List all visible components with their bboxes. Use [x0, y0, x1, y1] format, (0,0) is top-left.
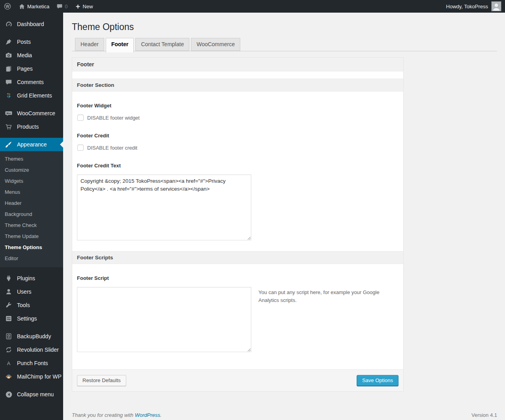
- comment-bubble-icon: [3, 79, 14, 86]
- menu-separator: [0, 383, 63, 388]
- sidebar-item-label: Products: [17, 124, 39, 130]
- sliders-icon: [3, 315, 14, 322]
- sidebar-item-label: Settings: [17, 315, 37, 322]
- theme-options-panel: Footer Footer Section Footer Widget DISA…: [72, 57, 404, 392]
- footer-thanks-period: .: [160, 412, 162, 418]
- sidebar-item-tools[interactable]: Tools: [0, 298, 63, 312]
- sidebar-item-backupbuddy[interactable]: BackupBuddy: [0, 330, 63, 343]
- comment-bubble-icon: [56, 3, 63, 9]
- panel-action-bar: Restore Defaults Save Options: [72, 369, 403, 391]
- sidebar-item-label: Tools: [17, 302, 30, 308]
- page-title: Theme Options: [72, 22, 497, 32]
- main-content: Theme Options HeaderFooterContact Templa…: [63, 13, 505, 420]
- submenu-item-theme-update[interactable]: Theme Update: [0, 231, 63, 242]
- refresh-arrows-icon: [3, 346, 14, 353]
- submenu-item-customize[interactable]: Customize: [0, 165, 63, 176]
- sidebar-item-label: Collapse menu: [17, 391, 54, 398]
- footer-widget-label: Footer Widget: [77, 103, 398, 109]
- howdy-account-menu[interactable]: Howdy, TokoPress: [443, 0, 505, 13]
- site-menu[interactable]: Marketica: [15, 0, 53, 13]
- comments-menu[interactable]: 0: [53, 0, 71, 13]
- wordpress-logo-menu[interactable]: W: [0, 0, 15, 13]
- sidebar-item-label: Grid Elements: [17, 92, 52, 99]
- menu-separator: [0, 133, 63, 138]
- submenu-item-header[interactable]: Header: [0, 198, 63, 209]
- menu-separator: [0, 102, 63, 107]
- footer-script-textarea[interactable]: [77, 287, 251, 352]
- submenu-item-editor[interactable]: Editor: [0, 253, 63, 264]
- disable-footer-credit-text[interactable]: DISABLE footer credit: [87, 145, 137, 151]
- footer-script-help: You can put any script here, for example…: [258, 287, 381, 304]
- collapse-arrow-icon: [3, 391, 14, 398]
- submenu-item-menus[interactable]: Menus: [0, 187, 63, 198]
- cart-icon: [3, 123, 14, 130]
- tab-footer[interactable]: Footer: [106, 38, 134, 52]
- section-head-footer-scripts: Footer Scripts: [72, 251, 403, 264]
- user-icon: [3, 288, 14, 295]
- submenu-item-widgets[interactable]: Widgets: [0, 176, 63, 187]
- submenu-item-themes[interactable]: Themes: [0, 154, 63, 165]
- menu-separator: [0, 267, 63, 272]
- wordpress-logo-icon: W: [4, 2, 11, 10]
- footer-thanks-text: Thank you for creating with: [72, 412, 133, 418]
- sidebar-item-dashboard[interactable]: Dashboard: [0, 17, 63, 31]
- submenu-item-background[interactable]: Background: [0, 209, 63, 220]
- home-icon: [19, 3, 25, 10]
- svg-text:Woo: Woo: [6, 112, 11, 114]
- submenu-item-theme-check[interactable]: Theme Check: [0, 220, 63, 231]
- sidebar-item-label: Comments: [17, 79, 44, 85]
- sidebar-item-comments[interactable]: Comments: [0, 75, 63, 89]
- sidebar-item-label: Media: [17, 52, 32, 58]
- restore-defaults-button[interactable]: Restore Defaults: [77, 375, 126, 386]
- sidebar-item-products[interactable]: Products: [0, 120, 63, 133]
- letter-a-icon: A: [3, 360, 14, 367]
- sidebar-item-pages[interactable]: Pages: [0, 62, 63, 75]
- sidebar-item-collapse-menu[interactable]: Collapse menu: [0, 388, 63, 401]
- plus-icon: [75, 4, 81, 9]
- avatar: [491, 1, 501, 11]
- monkey-icon: [3, 373, 14, 380]
- panel-spacer: [72, 71, 403, 79]
- footer-thanks: Thank you for creating with WordPress.: [72, 412, 162, 418]
- svg-text:A: A: [7, 361, 11, 366]
- paintbrush-icon: [3, 141, 14, 148]
- disable-footer-credit-checkbox[interactable]: [77, 144, 84, 151]
- menu-separator: [0, 31, 63, 35]
- sidebar-item-mailchimp-for-wp[interactable]: MailChimp for WP: [0, 370, 63, 383]
- sidebar-item-appearance[interactable]: Appearance: [0, 138, 63, 151]
- sidebar-item-label: Revolution Slider: [17, 347, 59, 353]
- tab-woocommerce[interactable]: WooCommerce: [191, 38, 240, 51]
- menu-separator: [0, 325, 63, 330]
- wordpress-link[interactable]: WordPress: [135, 412, 160, 418]
- save-options-button[interactable]: Save Options: [357, 375, 398, 386]
- tab-header[interactable]: Header: [75, 38, 104, 51]
- disable-footer-widget-text[interactable]: DISABLE footer widget: [87, 115, 140, 121]
- disable-footer-widget-checkbox[interactable]: [77, 114, 84, 121]
- new-content-menu[interactable]: New: [71, 0, 97, 13]
- admin-sidebar: DashboardPostsMediaPagesCommentsGrid Ele…: [0, 13, 63, 420]
- submenu-item-theme-options[interactable]: Theme Options: [0, 242, 63, 253]
- page-footer: Thank you for creating with WordPress. V…: [72, 412, 497, 420]
- panel-title: Footer: [72, 58, 403, 71]
- section-head-footer-section: Footer Section: [72, 79, 403, 92]
- sidebar-item-punch-fonts[interactable]: APunch Fonts: [0, 356, 63, 370]
- comments-count: 0: [65, 4, 67, 9]
- footer-credit-text-textarea[interactable]: Copyright &copy; 2015 TokoPress<span><a …: [77, 174, 251, 240]
- sidebar-item-revolution-slider[interactable]: Revolution Slider: [0, 343, 63, 356]
- admin-bar: W Marketica 0 New Howdy, TokoPress: [0, 0, 505, 13]
- tab-contact-template[interactable]: Contact Template: [135, 38, 189, 51]
- sidebar-item-woocommerce[interactable]: WooWooCommerce: [0, 107, 63, 120]
- sidebar-item-posts[interactable]: Posts: [0, 35, 63, 49]
- footer-credit-text-label: Footer Credit Text: [77, 163, 398, 169]
- sidebar-item-media[interactable]: Media: [0, 49, 63, 62]
- sidebar-item-plugins[interactable]: Plugins: [0, 272, 63, 285]
- sidebar-item-label: Users: [17, 289, 32, 295]
- sidebar-item-label: Plugins: [17, 275, 35, 281]
- sidebar-item-settings[interactable]: Settings: [0, 312, 63, 325]
- version-label: Version 4.1: [471, 412, 497, 418]
- dashboard-icon: [3, 21, 14, 28]
- sidebar-item-label: Pages: [17, 66, 33, 72]
- sidebar-item-grid-elements[interactable]: Grid Elements: [0, 89, 63, 102]
- sidebar-item-label: Appearance: [17, 141, 47, 148]
- sidebar-item-users[interactable]: Users: [0, 285, 63, 298]
